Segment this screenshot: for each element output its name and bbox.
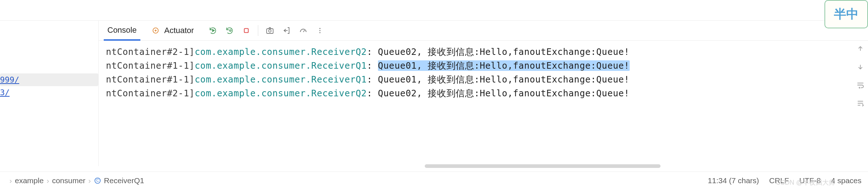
thread-label: ntContainer#2-1] [106, 45, 195, 59]
svg-point-4 [268, 30, 271, 32]
indent-setting[interactable]: 4 spaces [831, 176, 861, 185]
horizontal-scrollbar[interactable] [102, 164, 853, 169]
svg-rect-2 [244, 29, 248, 33]
log-line: ntContainer#1-1] com.example.consumer.Re… [99, 73, 868, 87]
stop-icon[interactable] [241, 25, 251, 36]
decorative-badge: 半中 [824, 0, 868, 28]
svg-point-1 [229, 30, 231, 31]
thread-label: ntContainer#1-1] [106, 73, 195, 87]
gauge-icon[interactable] [298, 25, 308, 36]
breadcrumb-example[interactable]: example [15, 176, 44, 185]
svg-text:C: C [96, 178, 99, 182]
thread-label: ntContainer#1-1] [106, 59, 195, 73]
chevron-right-icon: › [44, 176, 52, 185]
chevron-right-icon: › [7, 176, 15, 185]
cursor-position[interactable]: 11:34 (7 chars) [708, 176, 759, 185]
class-label: com.example.consumer.ReceiverQ1 [195, 73, 367, 87]
svg-point-6 [319, 30, 320, 31]
log-msg: Queue01, 接收到信息:Hello,fanoutExchange:Queu… [378, 74, 630, 85]
class-label: com.example.consumer.ReceiverQ2 [195, 45, 367, 59]
screenshot-icon[interactable] [265, 25, 275, 36]
tab-console[interactable]: Console [104, 21, 140, 41]
rerun-icon[interactable] [208, 25, 218, 36]
chevron-right-icon: › [86, 176, 94, 185]
more-icon[interactable] [315, 25, 325, 36]
exit-icon[interactable] [281, 25, 292, 36]
badge-text: 半中 [834, 6, 859, 23]
soft-wrap-icon[interactable] [855, 80, 865, 90]
tab-actuator[interactable]: Actuator [147, 21, 198, 40]
log-line: ntContainer#2-1] com.example.consumer.Re… [99, 45, 868, 59]
console-output[interactable]: ntContainer#2-1] com.example.consumer.Re… [99, 41, 868, 100]
log-msg: Queue02, 接收到信息:Hello,fanoutExchange:Queu… [378, 88, 630, 98]
log-msg: Queue02, 接收到信息:Hello,fanoutExchange:Queu… [378, 47, 630, 57]
class-label: com.example.consumer.ReceiverQ2 [195, 87, 367, 100]
scroll-up-icon[interactable] [855, 44, 865, 54]
log-line: ntContainer#1-1] com.example.consumer.Re… [99, 59, 868, 73]
right-gutter [853, 44, 868, 108]
class-icon: C [94, 177, 101, 184]
breadcrumb-consumer[interactable]: consumer [52, 176, 85, 185]
watermark-text: CSDN @半夜四大师 [776, 178, 835, 187]
top-bar [0, 0, 868, 21]
svg-point-5 [319, 28, 320, 29]
log-line: ntContainer#2-1] com.example.consumer.Re… [99, 87, 868, 100]
tab-console-label: Console [107, 25, 137, 35]
rerun-alt-icon[interactable] [225, 25, 235, 36]
scroll-down-icon[interactable] [855, 62, 865, 72]
class-label: com.example.consumer.ReceiverQ1 [195, 59, 367, 73]
sidebar-link-0[interactable]: 999/ [0, 73, 98, 86]
breadcrumb-receiver[interactable]: C ReceiverQ1 [94, 176, 144, 185]
svg-point-7 [319, 32, 320, 33]
tab-actuator-label: Actuator [164, 26, 194, 35]
scrollbar-thumb[interactable] [425, 164, 661, 168]
sidebar-link-1[interactable]: 3/ [0, 86, 98, 99]
log-msg-highlighted: Queue01, 接收到信息:Hello,fanoutExchange:Queu… [378, 60, 630, 71]
status-bar: › example › consumer › C ReceiverQ1 11:3… [0, 172, 868, 189]
actuator-icon [151, 25, 161, 36]
tabs-bar: Console Actuator [99, 21, 868, 41]
left-sidebar: 999/ 3/ [0, 21, 99, 166]
scroll-to-end-icon[interactable] [855, 98, 865, 108]
toolbar-divider [258, 25, 258, 36]
thread-label: ntContainer#2-1] [106, 87, 195, 100]
